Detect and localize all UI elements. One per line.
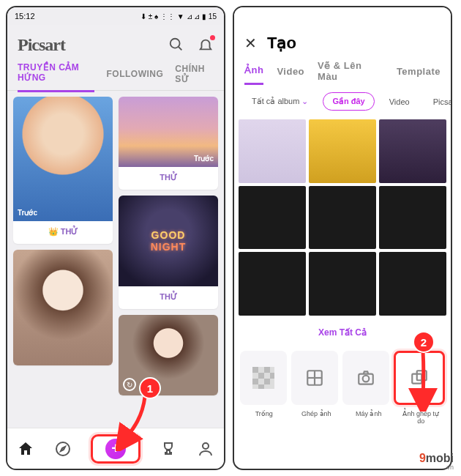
photo-thumb[interactable] <box>379 186 446 250</box>
step-badge-2: 2 <box>413 331 435 353</box>
create-header: ✕ Tạo <box>234 25 451 62</box>
tool-label: Máy ảnh <box>345 411 393 425</box>
bell-icon[interactable] <box>198 37 214 53</box>
search-icon[interactable] <box>168 37 184 53</box>
camera-icon <box>355 367 377 389</box>
create-tabs: Ảnh Video Vẽ & Lên Màu Template <box>234 62 451 88</box>
photo-thumb[interactable] <box>309 252 376 316</box>
svg-point-0 <box>170 39 180 48</box>
arrow-2 <box>408 347 438 412</box>
tab-photo[interactable]: Ảnh <box>244 64 263 85</box>
status-bar: 15:12 ⬇ ± ♠ ⋮⋮ ▼ ⊿ ⊿ ▮ 15 <box>7 7 224 25</box>
goodnight-sticker: GOODNIGHT <box>129 214 209 268</box>
photo-thumb[interactable] <box>309 186 376 250</box>
trophy-icon[interactable] <box>159 439 178 458</box>
status-bar <box>234 7 451 25</box>
svg-rect-10 <box>264 379 270 384</box>
feed-tabs: TRUYỀN CẢM HỨNG FOLLOWING CHÍNH SỬ <box>7 64 224 91</box>
status-time: 15:12 <box>15 12 35 21</box>
photo-thumb[interactable] <box>239 186 306 250</box>
svg-rect-7 <box>258 373 264 379</box>
svg-rect-9 <box>252 379 258 384</box>
tool-empty[interactable] <box>240 351 287 405</box>
svg-point-16 <box>363 376 370 382</box>
svg-point-2 <box>56 442 70 455</box>
refresh-icon[interactable]: ↻ <box>123 378 136 391</box>
tool-label: Ảnh ghép tự do <box>397 411 446 425</box>
step-badge-1: 1 <box>139 377 161 399</box>
svg-rect-11 <box>258 384 264 389</box>
svg-rect-8 <box>270 373 274 379</box>
album-dropdown[interactable]: Tất cả album ⌄ <box>243 93 317 110</box>
grid-icon <box>304 367 326 389</box>
photo-grid <box>234 115 451 320</box>
feed-card[interactable] <box>13 250 113 365</box>
photo-thumb[interactable] <box>239 252 306 316</box>
tab-edit[interactable]: CHÍNH SỬ <box>175 64 214 92</box>
feed-card[interactable]: ↻ <box>119 315 218 395</box>
tab-following[interactable]: FOLLOWING <box>106 69 163 86</box>
transparent-icon <box>252 367 274 389</box>
feed: Trước 👑 THỬ Trước THỬ GOODNIGHT <box>7 91 224 428</box>
create-title: Tạo <box>267 34 296 53</box>
home-icon[interactable] <box>16 439 35 458</box>
chevron-down-icon: ⌄ <box>301 97 308 105</box>
filter-picsart[interactable]: Picsa <box>424 94 452 110</box>
try-button[interactable]: THỬ <box>119 286 218 309</box>
svg-rect-6 <box>264 367 270 373</box>
try-button[interactable]: 👑 THỬ <box>13 221 113 244</box>
photo-thumb[interactable] <box>309 119 376 183</box>
watermark: 9mobi .vn <box>419 452 454 470</box>
status-icons: ⬇ ± ♠ ⋮⋮ ▼ ⊿ ⊿ ▮ 15 <box>140 12 217 21</box>
svg-rect-5 <box>252 367 258 373</box>
filter-row: Tất cả album ⌄ Gần đây Video Picsa <box>234 88 451 115</box>
tab-draw[interactable]: Vẽ & Lên Màu <box>318 60 383 89</box>
photo-thumb[interactable] <box>379 252 446 316</box>
try-button[interactable]: THỬ <box>119 167 218 190</box>
feed-card[interactable]: Trước 👑 THỬ <box>13 97 113 244</box>
tab-inspire[interactable]: TRUYỀN CẢM HỨNG <box>18 62 94 92</box>
phone-right: ✕ Tạo Ảnh Video Vẽ & Lên Màu Template Tấ… <box>233 6 452 470</box>
explore-icon[interactable] <box>53 439 72 458</box>
tab-template[interactable]: Template <box>397 66 441 84</box>
filter-recent[interactable]: Gần đây <box>323 92 374 111</box>
photo-thumb[interactable] <box>379 119 446 183</box>
tool-camera[interactable] <box>342 351 389 405</box>
tab-video[interactable]: Video <box>277 66 304 84</box>
feed-card[interactable]: GOODNIGHT THỬ <box>119 196 218 309</box>
filter-video[interactable]: Video <box>381 94 419 110</box>
arrow-1 <box>116 391 152 451</box>
app-logo: Picsart <box>18 35 65 55</box>
close-icon[interactable]: ✕ <box>244 34 257 52</box>
phone-left: 15:12 ⬇ ± ♠ ⋮⋮ ▼ ⊿ ⊿ ▮ 15 Picsart TRUYỀN… <box>6 6 225 470</box>
svg-point-3 <box>203 443 209 449</box>
tool-label: Trống <box>240 411 288 425</box>
feed-card[interactable]: Trước THỬ <box>119 97 218 190</box>
svg-line-1 <box>179 47 182 51</box>
profile-icon[interactable] <box>196 439 215 458</box>
app-header: Picsart <box>7 25 224 64</box>
photo-thumb[interactable] <box>239 119 306 183</box>
tool-collage[interactable] <box>291 351 338 405</box>
tool-label: Ghép ảnh <box>293 411 341 425</box>
